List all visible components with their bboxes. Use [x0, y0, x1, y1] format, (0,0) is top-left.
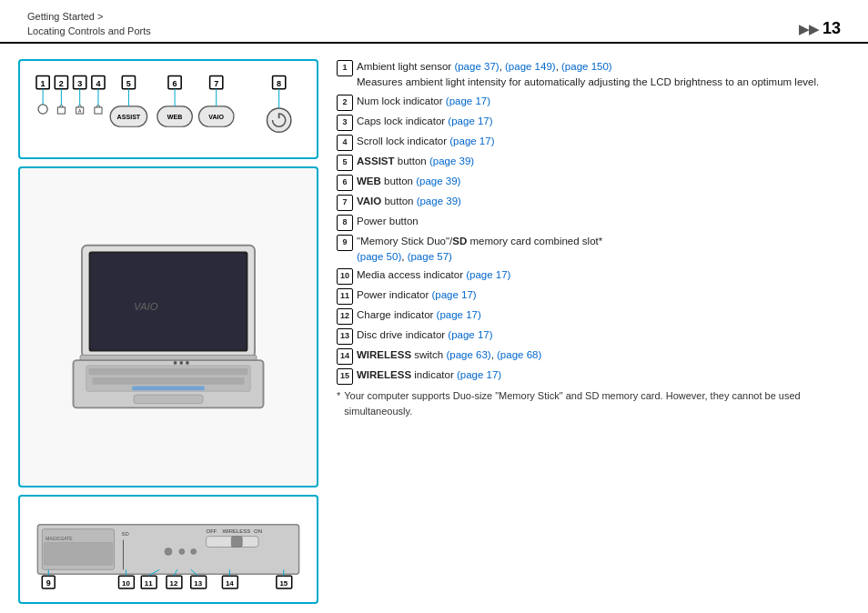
- footnote-text: Your computer supports Duo-size "Memory …: [344, 388, 841, 418]
- svg-text:7: 7: [214, 79, 218, 88]
- svg-text:WIRELESS: WIRELESS: [222, 528, 250, 534]
- diagram-area: 1 2 3 A: [18, 59, 318, 604]
- svg-text:ASSIST: ASSIST: [117, 114, 141, 121]
- svg-rect-47: [134, 395, 203, 404]
- list-item: 1 Ambient light sensor (page 37), (page …: [337, 59, 841, 91]
- list-item: 15 WIRELESS indicator (page 17): [337, 367, 841, 385]
- list-item: 9 "Memory Stick Duo"/SD memory card comb…: [337, 234, 841, 266]
- header: Getting Started > Locating Controls and …: [0, 0, 868, 44]
- main-content: 1 2 3 A: [0, 50, 868, 613]
- svg-text:13: 13: [194, 579, 202, 588]
- svg-text:4: 4: [96, 79, 101, 88]
- svg-text:6: 6: [173, 79, 177, 88]
- list-item: 14 WIRELESS switch (page 63), (page 68): [337, 347, 841, 365]
- svg-text:11: 11: [145, 579, 153, 588]
- list-item: 11 Power indicator (page 17): [337, 287, 841, 305]
- svg-text:VAIO: VAIO: [208, 114, 224, 121]
- svg-text:WEB: WEB: [167, 114, 183, 121]
- page-number: ▶▶ 13: [799, 19, 841, 38]
- svg-rect-6: [57, 107, 65, 114]
- list-item: 6 WEB button (page 39): [337, 174, 841, 191]
- list-item: 13 Disc drive indicator (page 17): [337, 327, 841, 345]
- laptop-diagram: VAIO: [18, 166, 318, 487]
- list-item: 4 Scroll lock indicator (page 17): [337, 134, 841, 151]
- svg-text:OFF: OFF: [207, 528, 217, 534]
- svg-text:10: 10: [122, 579, 130, 588]
- svg-point-59: [179, 549, 185, 555]
- footnote-star: *: [337, 388, 340, 418]
- svg-text:8: 8: [277, 79, 281, 88]
- list-item: 2 Num lock indicator (page 17): [337, 94, 841, 111]
- svg-text:VAIO: VAIO: [134, 301, 158, 312]
- svg-rect-40: [91, 253, 247, 349]
- svg-text:MAGICGATE: MAGICGATE: [45, 537, 73, 541]
- svg-text:5: 5: [126, 79, 131, 88]
- svg-text:SD: SD: [121, 531, 128, 537]
- svg-rect-51: [132, 386, 205, 390]
- svg-point-49: [179, 361, 183, 365]
- list-item: 10 Media access indicator (page 17): [337, 267, 841, 285]
- svg-rect-45: [89, 367, 248, 375]
- top-panel: 1 2 3 A: [18, 59, 318, 159]
- list-item: 8 Power button: [337, 214, 841, 231]
- text-area: 1 Ambient light sensor (page 37), (page …: [337, 59, 841, 604]
- svg-point-60: [191, 549, 197, 555]
- svg-text:15: 15: [279, 579, 288, 588]
- list-item: 7 VAIO button (page 39): [337, 194, 841, 211]
- svg-point-34: [267, 108, 290, 132]
- svg-rect-46: [92, 377, 244, 385]
- bottom-panel: MAGICGATE SD OFF WIRELESS ON: [18, 495, 318, 604]
- list-item: 5 ASSIST button (page 39): [337, 154, 841, 171]
- svg-text:2: 2: [59, 79, 64, 88]
- svg-point-2: [38, 105, 47, 114]
- footnote: * Your computer supports Duo-size "Memor…: [337, 388, 841, 418]
- breadcrumb: Getting Started > Locating Controls and …: [27, 10, 151, 38]
- power-button-label: Power button: [357, 214, 841, 229]
- svg-point-50: [186, 361, 189, 365]
- svg-text:14: 14: [226, 579, 234, 588]
- svg-point-48: [174, 361, 177, 365]
- svg-point-58: [165, 548, 172, 556]
- svg-rect-15: [95, 107, 102, 114]
- svg-text:9: 9: [46, 578, 51, 588]
- svg-text:ON: ON: [254, 528, 262, 534]
- svg-text:1: 1: [41, 79, 45, 88]
- arrow-icon: ▶▶: [799, 22, 819, 36]
- svg-text:12: 12: [170, 579, 178, 588]
- svg-text:A: A: [78, 108, 82, 114]
- list-item: 12 Charge indicator (page 17): [337, 307, 841, 325]
- svg-rect-65: [231, 537, 242, 548]
- svg-text:3: 3: [77, 79, 82, 88]
- svg-rect-55: [44, 543, 112, 566]
- list-item: 3 Caps lock indicator (page 17): [337, 114, 841, 131]
